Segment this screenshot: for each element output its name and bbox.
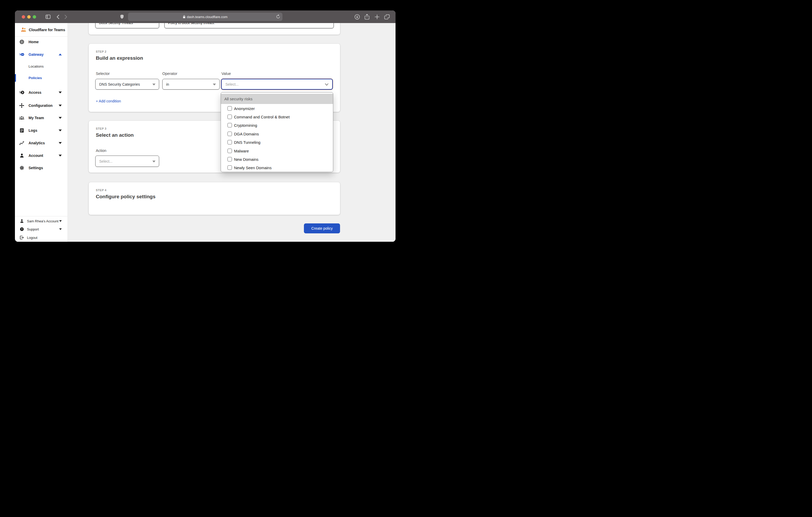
sidebar-item-label: My Team (29, 116, 44, 120)
sidebar-item-configuration[interactable]: Configuration (15, 102, 67, 109)
checkbox[interactable] (228, 140, 232, 144)
option-label: DGA Domains (234, 132, 259, 136)
brand-label: Cloudflare for Teams (29, 28, 65, 32)
step4-title: Configure policy settings (96, 194, 155, 199)
sidebar-item-label: Policies (29, 76, 42, 80)
analytics-icon (19, 141, 24, 145)
checkbox[interactable] (228, 106, 232, 111)
logout-item[interactable]: Logout (15, 234, 67, 241)
dropdown-option-new-domains[interactable]: New Domains (221, 155, 333, 163)
value-select[interactable]: Select... (221, 79, 333, 89)
chevron-down-icon[interactable] (59, 155, 62, 157)
chevron-down-icon[interactable] (59, 92, 62, 93)
chevron-down-icon[interactable] (59, 130, 62, 132)
policy-description-input[interactable]: Policy to block security threats. (164, 23, 334, 28)
tab-overview-icon[interactable] (383, 13, 391, 21)
sidebar-item-label: Gateway (29, 52, 44, 57)
selector-select[interactable]: DNS Security Categories (95, 79, 159, 89)
sidebar-item-gateway[interactable]: Gateway (15, 51, 67, 58)
dropdown-option-dns-tunneling[interactable]: DNS Tunneling (221, 138, 333, 146)
chevron-down-icon[interactable] (59, 228, 62, 230)
sidebar-item-label: Settings (29, 166, 43, 170)
svg-text:?: ? (21, 228, 23, 230)
sidebar-item-account[interactable]: Account (15, 152, 67, 159)
sidebar-item-logs[interactable]: Logs (15, 127, 67, 134)
support-menu[interactable]: ? Support (15, 226, 67, 233)
sidebar-item-label: Logs (29, 128, 37, 133)
value-placeholder: Select... (225, 82, 239, 86)
operator-select[interactable]: in (162, 79, 220, 89)
action-select[interactable]: Select... (95, 156, 159, 167)
sidebar-item-analytics[interactable]: Analytics (15, 139, 67, 147)
add-condition-link[interactable]: + Add condition (96, 99, 121, 103)
browser-window: dash.teams.cloudflare.com (15, 10, 396, 242)
sidebar-item-access[interactable]: Access (15, 89, 67, 96)
back-button[interactable] (54, 13, 62, 21)
dropdown-option-cryptomining[interactable]: Cryptomining (221, 121, 333, 129)
step3-title: Select an action (96, 132, 134, 138)
step4-label: STEP 4 (96, 189, 107, 192)
sidebar-item-label: Account (29, 154, 43, 158)
team-icon (19, 116, 24, 120)
configuration-icon (19, 103, 24, 108)
dropdown-option-command-and-control[interactable]: Command and Control & Botnet (221, 113, 333, 121)
checkbox[interactable] (228, 115, 232, 119)
option-label: New Domains (234, 157, 258, 162)
share-icon[interactable] (363, 13, 371, 21)
policy-description-value: Policy to block security threats. (168, 23, 215, 25)
support-menu-label: Support (27, 227, 39, 231)
chevron-down-icon[interactable] (59, 105, 62, 107)
checkbox[interactable] (228, 157, 232, 162)
gear-icon (19, 166, 24, 170)
checkbox[interactable] (228, 123, 232, 128)
dropdown-option-newly-seen-domains[interactable]: Newly Seen Domains (221, 163, 333, 172)
main-content: Block Security Threats Policy to block s… (68, 23, 396, 242)
sidebar-item-locations[interactable]: Locations (15, 62, 67, 70)
checkbox[interactable] (228, 132, 232, 136)
access-icon (19, 91, 24, 94)
sidebar-item-my-team[interactable]: My Team (15, 114, 67, 121)
create-policy-button[interactable]: Create policy (304, 223, 340, 233)
downloads-icon[interactable] (353, 13, 361, 21)
sidebar-item-settings[interactable]: Settings (15, 164, 67, 171)
reload-icon[interactable] (276, 15, 280, 20)
action-label: Action (96, 148, 106, 153)
url-text: dash.teams.cloudflare.com (187, 15, 228, 19)
account-menu[interactable]: Sam Rhea's Account (15, 218, 67, 224)
dropdown-arrow-icon (152, 84, 155, 85)
url-bar[interactable]: dash.teams.cloudflare.com (128, 12, 283, 21)
dropdown-option-anonymizer[interactable]: Anonymizer (221, 104, 333, 113)
operator-label: Operator (162, 72, 177, 76)
minimize-window-button[interactable] (27, 15, 31, 19)
active-item-indicator (15, 74, 16, 82)
zoom-window-button[interactable] (33, 15, 36, 19)
sidebar-footer: Sam Rhea's Account ? Support Logout (15, 216, 67, 242)
chevron-up-icon[interactable] (59, 54, 62, 56)
chevron-down-icon[interactable] (59, 142, 62, 144)
new-tab-icon[interactable] (373, 13, 381, 21)
dropdown-option-malware[interactable]: Malware (221, 147, 333, 155)
sidebar-item-home[interactable]: Home (15, 38, 67, 46)
chevron-down-icon[interactable] (59, 117, 62, 119)
checkbox[interactable] (228, 149, 232, 153)
sidebar-item-label: Access (29, 90, 41, 94)
close-window-button[interactable] (22, 15, 25, 19)
brand: Cloudflare for Teams (15, 23, 67, 37)
privacy-shield-icon[interactable] (120, 15, 124, 20)
step4-card: STEP 4 Configure policy settings (89, 182, 340, 215)
sidebar-toggle-icon[interactable] (44, 13, 52, 21)
step3-label: STEP 3 (96, 127, 107, 130)
sidebar-item-policies[interactable]: Policies (15, 74, 67, 81)
action-placeholder: Select... (99, 159, 113, 163)
forward-button[interactable] (62, 13, 69, 21)
policy-name-input[interactable]: Block Security Threats (95, 23, 159, 28)
logout-icon (19, 236, 24, 239)
person-icon (19, 154, 24, 158)
dropdown-option-dga-domains[interactable]: DGA Domains (221, 130, 333, 138)
sidebar-item-label: Configuration (29, 104, 53, 108)
step1-card: Block Security Threats Policy to block s… (89, 23, 340, 34)
checkbox[interactable] (228, 165, 232, 170)
step2-title: Build an expression (96, 55, 143, 61)
chevron-down-icon (325, 82, 328, 86)
chevron-down-icon[interactable] (59, 220, 62, 222)
